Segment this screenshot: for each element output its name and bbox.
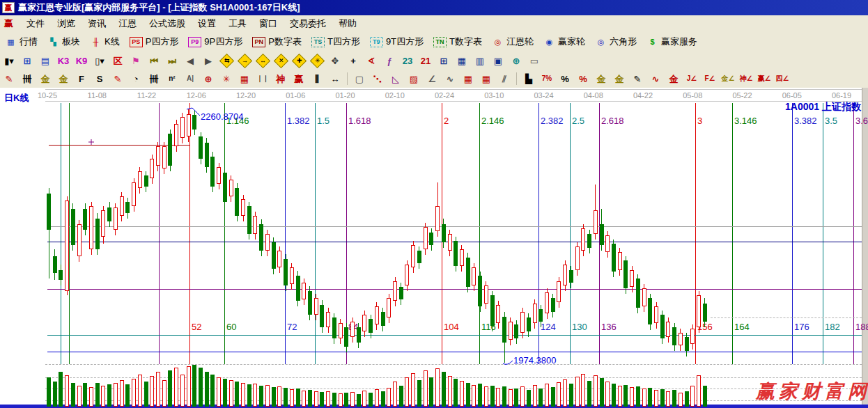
save-button[interactable]: ▣ — [490, 54, 506, 69]
k9-chart-button[interactable]: K9 — [73, 54, 90, 69]
diamond-shrink-h-button[interactable]: ⇆ — [218, 54, 235, 69]
j-angle-tool[interactable]: J∠ — [683, 71, 700, 86]
dense-ruler-tool[interactable]: 卌 — [146, 71, 162, 86]
menu-item-江恩[interactable]: 江恩 — [112, 16, 143, 31]
circle3-tool[interactable]: ◔ — [127, 71, 144, 86]
ruler-tool[interactable]: 卌 — [19, 71, 36, 86]
brush-tool[interactable]: ✎ — [109, 71, 126, 86]
p-square-button[interactable]: PSP四方形 — [125, 33, 183, 50]
star-web-tool[interactable]: ✳ — [218, 71, 235, 86]
sectors-button[interactable]: ▚板块 — [43, 33, 84, 50]
red-grid-tool[interactable]: ▦ — [460, 71, 476, 86]
calculator-button[interactable]: ⊞ — [435, 54, 452, 69]
diamond-star-button[interactable]: ✳ — [309, 54, 325, 69]
menu-item-文件[interactable]: 文件 — [20, 16, 51, 31]
menu-item-公式选股[interactable]: 公式选股 — [143, 16, 192, 31]
menu-item-窗口[interactable]: 窗口 — [253, 16, 284, 31]
menu-item-浏览[interactable]: 浏览 — [51, 16, 82, 31]
candle-body — [581, 228, 585, 251]
hatch-box-tool[interactable]: ▨ — [405, 71, 422, 86]
spiral-ruler-tool[interactable]: S — [91, 71, 108, 86]
trend-fan-tool[interactable]: ∠ — [424, 71, 440, 86]
calendar-21-button[interactable]: 21 — [417, 54, 434, 69]
pct-line-tool[interactable]: % — [575, 71, 591, 86]
gold-circle-tool[interactable]: 金 — [593, 71, 610, 86]
shen-angle-tool[interactable]: 神∠ — [738, 71, 754, 86]
export-web-button[interactable]: ⊕ — [508, 54, 525, 69]
f-angle-tool[interactable]: F∠ — [702, 71, 718, 86]
percent-tool[interactable]: % — [557, 71, 573, 86]
ying-ruler-tool[interactable]: 赢 — [290, 71, 307, 86]
period-candle-button[interactable]: ▮▾ — [1, 54, 17, 69]
grid-web-tool[interactable]: ▦ — [236, 71, 253, 86]
ying-angle-tool[interactable]: 赢∠ — [756, 71, 773, 86]
next-page-button[interactable]: ▶ — [200, 54, 217, 69]
first-page-button[interactable]: ⏮ — [146, 54, 162, 69]
gann-vline-72 — [285, 103, 286, 364]
stats-23-button[interactable]: 23 — [399, 54, 416, 69]
diamond-cross-button[interactable]: ✚ — [290, 54, 307, 69]
gold-gauge2-tool[interactable]: 金 — [55, 71, 72, 86]
menu-item-帮助[interactable]: 帮助 — [332, 16, 363, 31]
9p-square-button[interactable]: P99P四方形 — [184, 33, 247, 50]
menu-item-资讯[interactable]: 资讯 — [82, 16, 112, 31]
color-flag-button[interactable]: ⚑ — [127, 54, 144, 69]
t-square-button[interactable]: TST四方形 — [307, 33, 364, 50]
n2-ruler-tool[interactable]: n² — [164, 71, 180, 86]
candle-style-button[interactable]: ▯▾ — [91, 54, 108, 69]
fan-lines-tool[interactable]: ⋱ — [369, 71, 386, 86]
red-grid2-tool[interactable]: ▦ — [478, 71, 495, 86]
menu-item-设置[interactable]: 设置 — [192, 16, 222, 31]
menu-item-交易委托[interactable]: 交易委托 — [284, 16, 332, 31]
k3-chart-button[interactable]: K3 — [55, 54, 72, 69]
bar-stats-tool[interactable]: ▙ — [520, 71, 537, 86]
quotes-button-icon: ▦ — [5, 37, 17, 47]
print-button[interactable]: ▭ — [526, 54, 543, 69]
gold-gauge-tool[interactable]: 金 — [37, 71, 54, 86]
parallel-lines-tool[interactable]: ⫽ — [496, 71, 513, 86]
winner-wheel-button[interactable]: ◉赢家轮 — [539, 33, 589, 50]
hand-pan-button[interactable]: ✥ — [327, 54, 343, 69]
zone-window-button[interactable]: ⊞ — [19, 54, 36, 69]
clipboard-button[interactable]: ▤ — [37, 54, 54, 69]
angle-measure-button[interactable]: ∢ — [363, 54, 380, 69]
notepad-button[interactable]: ▥ — [472, 54, 488, 69]
mirror-tool[interactable]: A| — [182, 71, 199, 86]
ruler-123-tool[interactable]: ⫼ — [309, 71, 325, 86]
pen-tool[interactable]: ✎ — [1, 71, 17, 86]
gann-wheel-button[interactable]: ◎江恩轮 — [488, 33, 538, 50]
pyramid-tool[interactable]: ◺ — [387, 71, 404, 86]
table-report-button[interactable]: ▦ — [454, 54, 470, 69]
last-page-button[interactable]: ⏭ — [164, 54, 180, 69]
seven-pct-tool[interactable]: 7% — [538, 71, 555, 86]
box-select-tool[interactable]: ▢ — [351, 71, 368, 86]
si-angle-tool[interactable]: 四∠ — [774, 71, 791, 86]
wave-tool[interactable]: ∿ — [442, 71, 458, 86]
formula-tool-button[interactable]: ƒ — [381, 54, 398, 69]
crosshair-button[interactable]: + — [345, 54, 362, 69]
t-table-button[interactable]: TNT数字表 — [429, 33, 486, 50]
gold-line-tool[interactable]: 金 — [611, 71, 628, 86]
9t-square-button[interactable]: T99T四方形 — [366, 33, 428, 50]
width-arrows-tool[interactable]: ↔ — [327, 71, 343, 86]
quotes-button[interactable]: ▦行情 — [1, 33, 42, 50]
menu-item-工具[interactable]: 工具 — [222, 16, 253, 31]
gold-red-tool[interactable]: 金 — [665, 71, 682, 86]
compass-target-tool[interactable]: ⊕ — [200, 71, 217, 86]
hexagon-button[interactable]: ◎六角形 — [591, 33, 641, 50]
gold-angle-tool[interactable]: 金∠ — [720, 71, 736, 86]
shen-ruler-tool[interactable]: 神 — [272, 71, 289, 86]
diamond-collapse-button[interactable]: ✕ — [272, 54, 289, 69]
pen2-tool[interactable]: ✎ — [629, 71, 646, 86]
quote-marks-tool[interactable]: ❘❘ — [254, 71, 271, 86]
kline-button[interactable]: ╫K线 — [86, 33, 124, 50]
f-ruler-tool[interactable]: F — [73, 71, 90, 86]
chart-mode-label: 日K线 — [4, 92, 29, 104]
wave7-tool[interactable]: ∿ — [647, 71, 664, 86]
gann-area-button[interactable]: 区 — [109, 54, 126, 69]
diamond-right-button[interactable]: → — [236, 54, 253, 69]
prev-page-button[interactable]: ◀ — [182, 54, 199, 69]
p-table-button[interactable]: PNP数字表 — [248, 33, 306, 50]
winner-service-button[interactable]: $赢家服务 — [642, 33, 702, 50]
diamond-expand-h-button[interactable]: ↔ — [254, 54, 271, 69]
